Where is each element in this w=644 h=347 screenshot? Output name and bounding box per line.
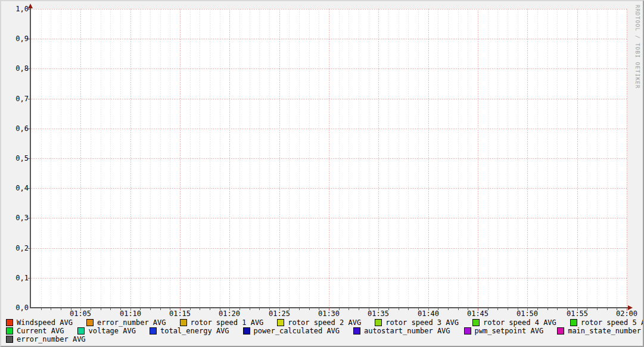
x-axis-label: 01:40 (409, 310, 447, 318)
grid-line-major-horizontal (31, 278, 627, 279)
x-axis-label: 01:30 (310, 310, 348, 318)
x-axis-tick (349, 308, 349, 310)
x-axis-label: 01:25 (260, 310, 298, 318)
y-axis-label: 0,9 (2, 35, 29, 43)
legend-swatch (277, 319, 284, 326)
plot-area (31, 9, 627, 308)
y-axis-label: 0,3 (2, 214, 29, 222)
x-axis-label: 02:00 (608, 310, 644, 318)
x-axis-tick (597, 308, 598, 310)
grid-line-major-vertical (627, 9, 627, 308)
legend-label: error_number AVG (97, 318, 166, 327)
legend-label: Windspeed AVG (17, 318, 73, 327)
y-axis-label: 0,6 (2, 124, 29, 133)
grid-line-major-horizontal (31, 188, 627, 189)
y-axis-label: 0,8 (2, 64, 29, 73)
legend-item: Current AVG (6, 327, 64, 335)
legend-label: error_number AVG (17, 335, 86, 343)
legend-item: voltage AVG (77, 327, 135, 335)
legend-swatch (243, 327, 250, 335)
legend-label: total_energy AVG (160, 327, 229, 335)
x-axis-tick (399, 308, 399, 310)
legend-swatch (77, 327, 85, 335)
legend-row: Windspeed AVGerror_number AVGrotor speed… (6, 318, 644, 327)
grid-line-major-horizontal (31, 99, 627, 99)
x-axis-tick (408, 308, 409, 310)
x-axis-tick (101, 308, 101, 310)
legend-label: autostart_number AVG (364, 327, 450, 335)
y-axis-label: 0,7 (2, 95, 29, 103)
watermark: RRDTOOL / TOBI OETIKER (634, 5, 640, 89)
x-axis-tick (200, 308, 200, 310)
legend-item: Windspeed AVG (6, 318, 73, 327)
grid-line-major-horizontal (31, 218, 627, 218)
y-axis-line (30, 7, 31, 308)
y-axis-label: 0,0 (2, 304, 29, 312)
x-axis-tick (557, 308, 558, 310)
legend-swatch (6, 336, 13, 343)
legend-label: rotor speed 2 AVG (288, 318, 361, 327)
legend-swatch (557, 327, 564, 335)
legend-item: autostart_number AVG (353, 327, 450, 335)
y-axis-label: 0,5 (2, 154, 29, 162)
y-axis-label: 0,4 (2, 184, 29, 192)
grid-line-major-horizontal (31, 248, 627, 249)
legend-label: rotor speed 4 AVG (483, 318, 556, 327)
legend-label: voltage AVG (88, 327, 135, 335)
grid-line-major-horizontal (31, 68, 627, 69)
rrd-graph-canvas: 0,00,10,20,30,40,50,60,70,80,91,0 01:050… (0, 0, 644, 347)
x-axis-tick (497, 308, 498, 310)
x-axis-label: 01:10 (111, 310, 150, 318)
legend-item: power_calculated AVG (243, 327, 340, 335)
legend-item: pwm_setpoint AVG (464, 327, 544, 335)
x-axis-tick (110, 308, 111, 310)
legend-item: error_number AVG (6, 335, 86, 343)
x-axis-label: 01:15 (161, 310, 199, 318)
x-axis-label: 01:05 (61, 310, 99, 318)
x-axis-tick (41, 308, 42, 310)
legend-swatch (375, 319, 382, 326)
x-axis-tick (547, 308, 548, 310)
x-axis-tick (250, 308, 250, 310)
grid-line-major-horizontal (31, 39, 627, 39)
legend-item: main_state_number AVG (557, 327, 644, 335)
x-axis-tick (51, 308, 51, 310)
y-axis-arrow-icon (28, 4, 33, 8)
x-axis-tick (299, 308, 300, 310)
legend-swatch (180, 319, 187, 326)
legend-label: main_state_number AVG (568, 327, 644, 335)
legend-swatch (472, 319, 480, 326)
legend-label: rotor speed 5 AVG (581, 318, 644, 327)
x-axis-label: 01:45 (459, 310, 497, 318)
legend: Windspeed AVGerror_number AVGrotor speed… (6, 318, 644, 343)
y-axis-label: 1,0 (2, 5, 29, 13)
legend-row: error_number AVG (6, 335, 644, 343)
legend-swatch (464, 327, 471, 335)
x-axis-label: 01:50 (508, 310, 546, 318)
grid-line-major-horizontal (31, 129, 627, 129)
legend-item: rotor speed 2 AVG (277, 318, 361, 327)
legend-item: rotor speed 1 AVG (180, 318, 264, 327)
x-axis-tick (448, 308, 449, 310)
legend-swatch (6, 319, 13, 326)
legend-label: power_calculated AVG (254, 327, 340, 335)
y-axis-label: 0,2 (2, 244, 29, 252)
x-axis-label: 01:55 (558, 310, 596, 318)
legend-swatch (570, 319, 577, 326)
legend-label: rotor speed 1 AVG (191, 318, 264, 327)
x-axis-tick (150, 308, 151, 310)
legend-item: rotor speed 5 AVG (570, 318, 644, 327)
y-axis-label: 0,1 (2, 274, 29, 282)
grid-line-major-horizontal (31, 9, 627, 10)
legend-label: pwm_setpoint AVG (475, 327, 544, 335)
x-axis-label: 01:20 (210, 310, 248, 318)
legend-swatch (86, 319, 94, 326)
legend-item: rotor speed 3 AVG (375, 318, 459, 327)
legend-label: Current AVG (17, 327, 64, 335)
x-axis-tick (259, 308, 260, 310)
legend-item: error_number AVG (86, 318, 166, 327)
legend-item: total_energy AVG (150, 327, 229, 335)
legend-swatch (6, 327, 13, 335)
legend-row: Current AVGvoltage AVGtotal_energy AVGpo… (6, 327, 644, 335)
grid-line-major-horizontal (31, 158, 627, 159)
